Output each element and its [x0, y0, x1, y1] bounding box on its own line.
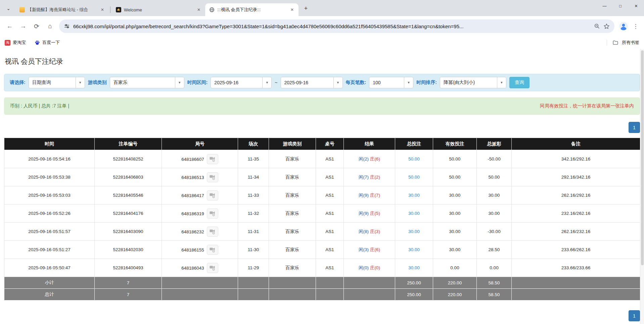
video-replay-button[interactable]: [207, 227, 218, 237]
cell-note: 233.66/262.16: [512, 241, 640, 259]
bookmark-baidu[interactable]: 百度一下: [35, 40, 60, 46]
result-banker: 庄(0): [370, 265, 380, 270]
minimize-button[interactable]: —: [597, 0, 612, 12]
date-to-select[interactable]: 2025-09-16 ▼: [281, 77, 343, 88]
page-1-button[interactable]: 1: [629, 122, 640, 133]
query-type-value: 日期查询: [29, 80, 76, 86]
tab-close-icon[interactable]: ✕: [289, 7, 295, 13]
bookmark-label: 百度一下: [42, 40, 60, 46]
tab-forum[interactable]: 【新提醒】海燕策略论坛 - 综合 ✕: [15, 3, 109, 16]
total-bet-link[interactable]: 50.00: [408, 175, 420, 180]
round-number: 648186319: [181, 211, 204, 216]
subtotal-row: 小计 7 250.00 220.00 58.50: [4, 277, 640, 289]
total-bet-link[interactable]: 30.00: [408, 229, 420, 234]
cell-payout: 50.00: [477, 168, 512, 186]
chevron-down-icon[interactable]: ▼: [497, 77, 506, 88]
forward-button[interactable]: →: [17, 20, 30, 33]
cell-bet-no: 522816403090: [95, 223, 162, 241]
cell-result: 闲(8) 庄(3): [344, 223, 395, 241]
url-bar[interactable]: 66cxkj98.com/ipl/portal.php/game/betreco…: [59, 19, 614, 33]
total-total-bet: 250.00: [395, 289, 433, 300]
total-bet-link[interactable]: 30.00: [408, 193, 420, 198]
video-replay-button[interactable]: [207, 263, 218, 273]
total-bet-link[interactable]: 30.00: [408, 265, 420, 270]
maximize-button[interactable]: □: [612, 0, 628, 12]
tab-betrecord[interactable]: :::视讯 会员下注纪录::: ✕: [205, 3, 298, 16]
total-bet-link[interactable]: 50.00: [408, 156, 420, 161]
site-settings-icon[interactable]: [64, 23, 70, 29]
browser-window: ⌄ 【新提醒】海燕策略论坛 - 综合 ✕ Welcome ✕ :::视讯 会员下…: [0, 0, 644, 324]
new-tab-button[interactable]: +: [301, 4, 311, 13]
page-1-button[interactable]: 1: [629, 310, 640, 321]
chevron-down-icon[interactable]: ▼: [262, 77, 271, 88]
tab-search-chevron-icon[interactable]: ⌄: [3, 3, 13, 13]
cell-result: 闲(9) 庄(5): [344, 204, 395, 223]
all-bookmarks[interactable]: 所有书签: [607, 40, 639, 46]
page-size-label: 每页笔数:: [346, 80, 366, 86]
video-camera-icon: [209, 174, 216, 180]
empty-cell: [512, 289, 640, 300]
zoom-icon[interactable]: [594, 23, 600, 29]
browser-menu-icon[interactable]: ⋮: [631, 20, 641, 33]
cell-note: 262.16/232.16: [512, 223, 640, 241]
cell-table-no: AS1: [316, 150, 344, 168]
cell-total-bet: 50.00: [395, 168, 433, 186]
result-player: 闲(9): [359, 193, 369, 198]
scrollbar-thumb[interactable]: [641, 50, 644, 265]
bookmark-taobao[interactable]: 淘 爱淘宝: [5, 40, 26, 46]
chevron-down-icon[interactable]: ▼: [333, 77, 342, 88]
cell-valid-bet: 50.00: [433, 168, 477, 186]
col-result: 结果: [344, 138, 395, 150]
tab-close-icon[interactable]: ✕: [196, 7, 202, 13]
url-text[interactable]: 66cxkj98.com/ipl/portal.php/game/betreco…: [73, 24, 591, 29]
cell-result: 闲(7) 庄(2): [344, 168, 395, 186]
cell-note: 232.16/262.16: [512, 204, 640, 223]
folder-icon: [612, 40, 618, 46]
video-replay-button[interactable]: [207, 190, 218, 200]
total-bet-link[interactable]: 30.00: [408, 247, 420, 252]
bookmark-star-icon[interactable]: [603, 23, 610, 30]
cell-bet-no: 522816408252: [95, 150, 162, 168]
video-replay-button[interactable]: [207, 172, 218, 182]
home-button[interactable]: ⌂: [44, 20, 56, 33]
forum-favicon-icon: [19, 7, 25, 12]
chevron-down-icon[interactable]: ▼: [404, 77, 413, 88]
cell-round-no: 648186319: [162, 204, 238, 223]
close-window-button[interactable]: ✕: [628, 0, 644, 12]
chevron-down-icon[interactable]: ▼: [76, 77, 85, 88]
chevron-down-icon[interactable]: ▼: [175, 77, 184, 88]
back-button[interactable]: ←: [3, 20, 16, 33]
search-button[interactable]: 查询: [509, 77, 530, 88]
total-payout: 58.50: [477, 289, 512, 300]
cell-result: 闲(3) 庄(6): [344, 241, 395, 259]
query-type-select[interactable]: 日期查询 ▼: [29, 77, 85, 88]
sort-order-select[interactable]: 降冪(由大到小) ▼: [440, 77, 506, 88]
cell-session: 11-32: [238, 204, 269, 223]
cell-table-no: AS1: [316, 223, 344, 241]
page-size-select[interactable]: 100 ▼: [369, 77, 413, 88]
reload-button[interactable]: ⟳: [30, 20, 43, 33]
cell-result: 闲(0) 庄(0): [344, 259, 395, 277]
profile-avatar[interactable]: [617, 20, 630, 33]
cell-note: 342.16/292.16: [512, 150, 640, 168]
tab-title: Welcome: [124, 7, 193, 12]
tab-welcome[interactable]: Welcome ✕: [112, 3, 205, 16]
bookmark-label: 爱淘宝: [13, 40, 26, 46]
cell-total-bet: 50.00: [395, 150, 433, 168]
video-replay-button[interactable]: [207, 245, 218, 255]
tab-close-icon[interactable]: ✕: [99, 7, 105, 13]
cell-table-no: AS1: [316, 259, 344, 277]
video-replay-button[interactable]: [207, 209, 218, 219]
date-from-select[interactable]: 2025-09-16 ▼: [211, 77, 272, 88]
cell-valid-bet: 30.00: [433, 204, 477, 223]
page-scrollbar: [640, 49, 644, 324]
summary-info-bar: 币别 : 人民币 | 总共 :7 注单 | 同局有效投注，统一计算在该局第一张注…: [4, 97, 640, 115]
cell-note: 292.16/342.16: [512, 168, 640, 186]
cell-table-no: AS1: [316, 168, 344, 186]
tab-strip: ⌄ 【新提醒】海燕策略论坛 - 综合 ✕ Welcome ✕ :::视讯 会员下…: [0, 0, 644, 16]
video-replay-button[interactable]: [207, 154, 218, 164]
game-type-value: 百家乐: [110, 80, 175, 86]
game-type-select[interactable]: 百家乐 ▼: [110, 77, 184, 88]
cell-game: 百家乐: [269, 223, 316, 241]
total-bet-link[interactable]: 30.00: [408, 211, 420, 216]
